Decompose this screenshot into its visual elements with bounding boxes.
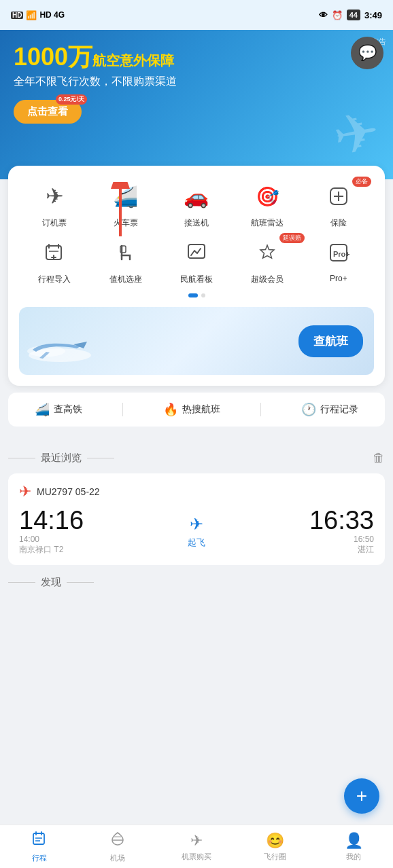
airport-nav-label: 机场 [110,853,125,863]
plus-icon: + [356,785,367,807]
check-train-label: 查高铁 [54,403,82,416]
chat-button[interactable]: 💬 [351,37,383,69]
main-services-card: ✈ 订机票 🚄 火车票 🚗 接送机 🎯 航班雷达 必备 保险 [8,166,385,386]
discover-section: 发现 [0,576,393,608]
nav-item-fly-circle[interactable]: 😊 飞行圈 [236,832,315,862]
trip-nav-label: 行程 [32,853,47,863]
buy-ticket-nav-icon: ✈ [190,832,203,850]
divider-2 [260,403,261,416]
itinerary-import-icon [37,236,71,270]
service-transfer[interactable]: 🚗 接送机 [161,179,232,229]
eye-icon: 👁 [319,10,328,20]
arrival-sub-time: 16:50 [309,535,374,544]
svg-text:Pro+: Pro+ [333,250,349,258]
quick-hot-flights[interactable]: 🔥 热搜航班 [163,402,220,417]
clock-time: 3:49 [364,10,382,20]
hd-badge: HD [11,12,23,19]
mine-nav-icon: 👤 [345,832,363,850]
banner-plane-decoration: ✈ [328,99,384,169]
radar-label: 航班雷达 [251,217,284,229]
status-right: 👁 ⏰ 44 3:49 [319,10,382,20]
fly-circle-nav-icon: 😊 [266,832,284,850]
banner-title: 1000万航空意外保障 [14,43,379,71]
departure-airport: 南京禄口 T2 [19,544,84,556]
must-have-badge: 必备 [352,177,371,187]
pro-plus-icon: Pro+ [322,236,356,270]
trash-icon[interactable]: 🗑 [373,451,385,465]
banner-cta-button[interactable]: 点击查看 0.25元/天 [14,100,82,124]
banner-plane [26,329,107,369]
departure-time: 14:16 [19,507,84,533]
departure-sub-time: 14:00 [19,535,84,544]
recent-browse-title: 最近浏览 [8,452,114,465]
fly-circle-nav-label: 飞行圈 [264,852,286,862]
status-bar: HD 📶 HD 4G 👁 ⏰ 44 3:49 [0,0,393,30]
service-pro-plus[interactable]: Pro+ Pro+ [303,236,374,285]
fire-icon: 🔥 [163,402,178,417]
quick-trip-record[interactable]: 🕐 行程记录 [301,402,358,417]
recent-browse-section: 最近浏览 🗑 ✈ MU2797 05-22 14:16 14:00 南京禄口 T… [0,451,393,565]
service-book-flight[interactable]: ✈ 订机票 [19,179,90,229]
nav-item-trip[interactable]: 行程 [0,831,79,863]
arrival-block: 16:33 16:50 湛江 [309,507,374,556]
service-civil-board[interactable]: 民航看板 [161,236,232,285]
battery-indicator: 44 [347,10,360,20]
flight-middle: ✈ 起飞 [188,515,205,549]
airport-nav-icon [109,831,126,851]
transfer-label: 接送机 [184,217,209,229]
flight-direction-icon: ✈ [190,515,203,534]
vip-label: 超级会员 [251,274,284,285]
discover-title: 发现 [8,576,94,589]
quick-actions-bar: 🚄 查高铁 🔥 热搜航班 🕐 行程记录 [8,393,385,427]
bottom-navigation: 行程 机场 ✈ 机票购买 😊 飞行圈 👤 我的 [0,825,393,868]
itinerary-import-label: 行程导入 [38,274,71,285]
buy-ticket-nav-label: 机票购买 [182,852,211,862]
nav-item-airport[interactable]: 机场 [79,831,158,863]
flight-search-banner[interactable]: 查航班 [19,307,374,375]
search-flight-button[interactable]: 查航班 [298,325,363,357]
pro-plus-label: Pro+ [330,274,347,283]
service-vip[interactable]: 延误赔 超级会员 [232,236,303,285]
radar-icon: 🎯 [250,179,284,213]
status-left: HD 📶 HD 4G [11,10,65,20]
transfer-icon: 🚗 [180,179,213,213]
divider-1 [122,403,123,416]
hot-flights-label: 热搜航班 [182,403,220,416]
nav-item-mine[interactable]: 👤 我的 [314,832,393,862]
bottom-spacer [0,608,393,662]
service-insurance[interactable]: 必备 保险 [303,179,374,229]
add-fab-button[interactable]: + [344,778,379,814]
train-icon: 🚄 [109,179,143,213]
chat-icon: 💬 [358,44,377,62]
flight-time-row: 14:16 14:00 南京禄口 T2 ✈ 起飞 16:33 16:50 湛江 [19,507,374,556]
service-itinerary-import[interactable]: 行程导入 [19,236,90,285]
flight-number-row: ✈ MU2797 05-22 [19,483,374,501]
airline-logo-icon: ✈ [19,483,31,501]
svg-rect-8 [188,245,205,258]
trip-record-label: 行程记录 [320,403,358,416]
trip-nav-icon [31,831,48,851]
departure-block: 14:16 14:00 南京禄口 T2 [19,507,84,556]
nav-item-buy-ticket[interactable]: ✈ 机票购买 [157,832,236,862]
service-seat-select[interactable]: 值机选座 [90,236,160,285]
train-quick-icon: 🚄 [35,402,50,417]
insurance-icon [322,179,356,213]
recent-browse-card[interactable]: ✈ MU2797 05-22 14:16 14:00 南京禄口 T2 ✈ 起飞 … [8,473,385,565]
signal-text: HD 4G [39,10,65,20]
quick-actions-section: 🚄 查高铁 🔥 热搜航班 🕐 行程记录 [0,393,393,427]
svg-rect-15 [33,833,44,844]
quick-check-train[interactable]: 🚄 查高铁 [35,402,82,417]
clock-icon: 🕐 [301,402,316,417]
arrival-airport: 湛江 [309,544,374,556]
seat-select-label: 值机选座 [109,274,142,285]
page-indicator [19,293,374,297]
service-radar[interactable]: 🎯 航班雷达 [232,179,303,229]
section-header-discover: 发现 [8,576,385,589]
banner-subtitle: 全年不限飞行次数，不限购票渠道 [14,75,379,89]
arrival-time: 16:33 [309,507,374,533]
service-train[interactable]: 🚄 火车票 [90,179,160,229]
civil-board-label: 民航看板 [180,274,213,285]
dot-1 [188,293,198,297]
flight-number-text: MU2797 05-22 [37,486,100,497]
mine-nav-label: 我的 [346,852,361,862]
